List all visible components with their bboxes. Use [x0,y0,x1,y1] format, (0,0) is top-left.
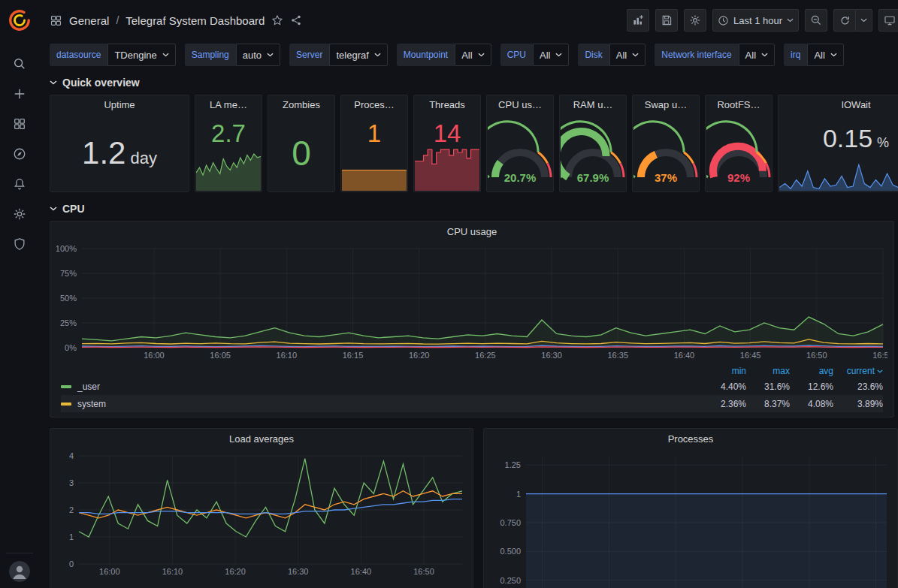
dashboards-icon[interactable] [7,114,32,134]
legend-avg: 12.6% [790,381,833,392]
sparkline [196,149,261,191]
processes-chart[interactable]: 0.2500.5000.75011.25 [490,450,891,588]
panel-title[interactable]: Zombies [268,95,334,115]
stat-value: 1 [367,121,381,146]
dashboard-settings-button[interactable] [684,9,706,32]
panel-cpu-usage: CPU usage 0%25%50%75%100%16:0016:0516:10… [50,221,894,418]
panel-title[interactable]: RAM u… [560,95,626,115]
variable-network-interface: Network interface All [655,44,775,66]
sparkline [779,161,898,191]
grafana-logo[interactable] [7,8,32,33]
legend-sort-current[interactable]: current [833,366,883,376]
gauge-value: 92% [706,171,772,184]
svg-text:16:40: 16:40 [674,351,695,360]
row-header-quick-overview[interactable]: Quick overview [50,74,898,92]
variable-value-dropdown[interactable]: All [455,44,491,66]
topbar-actions: Last 1 hour [627,9,898,32]
row-header-cpu[interactable]: CPU [50,200,898,218]
variable-label: CPU [500,44,533,66]
refresh-interval-dropdown[interactable] [856,9,872,32]
create-icon[interactable] [7,84,32,104]
legend-series-toggle[interactable]: system [61,399,703,409]
configuration-gear-icon[interactable] [7,204,32,224]
svg-text:16:05: 16:05 [210,351,231,360]
panel-title[interactable]: IOWait [779,95,898,115]
panel-la-medium: LA me… 2.7 [195,95,262,192]
svg-text:16:50: 16:50 [806,351,827,360]
panel-title[interactable]: Load averages [50,429,473,450]
svg-text:4: 4 [69,451,74,460]
variable-value-dropdown[interactable]: All [533,44,569,66]
gauge-value: 20.7% [487,171,553,184]
panel-threads: Threads 14 [413,95,481,192]
refresh-group [833,9,872,32]
panel-title[interactable]: Swap u… [633,95,699,115]
svg-text:0.500: 0.500 [500,547,521,556]
cpu-usage-chart[interactable]: 0%25%50%75%100%16:0016:0516:1016:1516:20… [56,243,887,363]
legend-max: 8.37% [746,399,790,409]
breadcrumb-section[interactable]: General [69,14,109,27]
chevron-down-icon [50,80,57,85]
panel-title[interactable]: Processes [484,429,897,450]
svg-text:16:40: 16:40 [351,567,372,576]
variable-sampling: Sampling auto [185,44,280,66]
panel-processes-stat: Proces… 1 [340,95,408,192]
gauge-value: 67.9% [560,171,626,184]
svg-text:50%: 50% [60,294,77,303]
variable-value-dropdown[interactable]: All [807,44,843,66]
variable-value-dropdown[interactable]: auto [236,44,280,66]
svg-text:16:10: 16:10 [277,351,298,360]
legend-sort-min[interactable]: min [703,366,746,376]
svg-text:16:00: 16:00 [99,567,120,576]
panel-rootfs-gauge: RootFS… 92% [705,95,773,192]
legend-sort-avg[interactable]: avg [790,366,833,376]
star-icon[interactable] [271,14,283,26]
user-avatar[interactable] [9,561,30,582]
panel-title[interactable]: Uptime [50,95,189,115]
add-panel-button[interactable] [627,9,649,32]
variable-value-dropdown[interactable]: All [739,44,775,66]
explore-compass-icon[interactable] [7,144,32,164]
sidebar-nav [7,54,32,254]
legend-sort-max[interactable]: max [746,366,790,376]
apps-grid-icon [50,14,62,27]
panel-title[interactable]: CPU usage [50,222,893,243]
panel-title[interactable]: CPU us… [487,95,553,115]
load-averages-chart[interactable]: 0123416:0016:1016:2016:3016:4016:50 [56,450,467,579]
svg-text:0.250: 0.250 [500,576,521,585]
variable-value-dropdown[interactable]: All [609,44,646,66]
share-icon[interactable] [290,14,302,26]
alerting-bell-icon[interactable] [7,174,32,194]
panel-title[interactable]: Threads [414,95,480,115]
search-icon[interactable] [7,54,32,74]
zoom-out-button[interactable] [805,9,827,32]
panel-title[interactable]: LA me… [195,95,262,115]
stat-value: 2.7 [211,121,246,146]
panel-load-averages: Load averages 0123416:0016:1016:2016:301… [50,428,473,588]
tv-kiosk-button[interactable] [878,9,898,32]
svg-text:16:00: 16:00 [144,351,165,360]
gauge-value: 37% [633,171,699,184]
stat-unit: day [130,149,156,168]
variable-value-dropdown[interactable]: TDengine [107,44,175,66]
panel-title[interactable]: RootFS… [706,95,772,115]
svg-text:16:55: 16:55 [872,351,887,360]
row-title: Quick overview [62,77,140,89]
variable-datasource: datasource TDengine [50,44,176,66]
legend-series-toggle[interactable]: _user [61,381,703,392]
refresh-button[interactable] [833,9,856,32]
variable-value-dropdown[interactable]: telegraf [329,44,387,66]
legend-current: 3.89% [833,399,883,409]
panel-title[interactable]: Proces… [341,95,407,115]
stat-value: 14 [434,121,461,146]
svg-text:0%: 0% [65,343,77,352]
time-range-picker[interactable]: Last 1 hour [712,9,799,32]
server-admin-shield-icon[interactable] [7,234,32,254]
save-dashboard-button[interactable] [655,9,678,32]
main-area: General / Telegraf System Dashboard [39,0,898,588]
variable-label: Network interface [655,44,738,66]
sparkline [342,168,407,191]
panel-uptime: Uptime 1.2 day [50,95,189,192]
panel-iowait: IOWait 0.15 % [778,95,898,192]
variable-cpu: CPU All [500,44,570,66]
